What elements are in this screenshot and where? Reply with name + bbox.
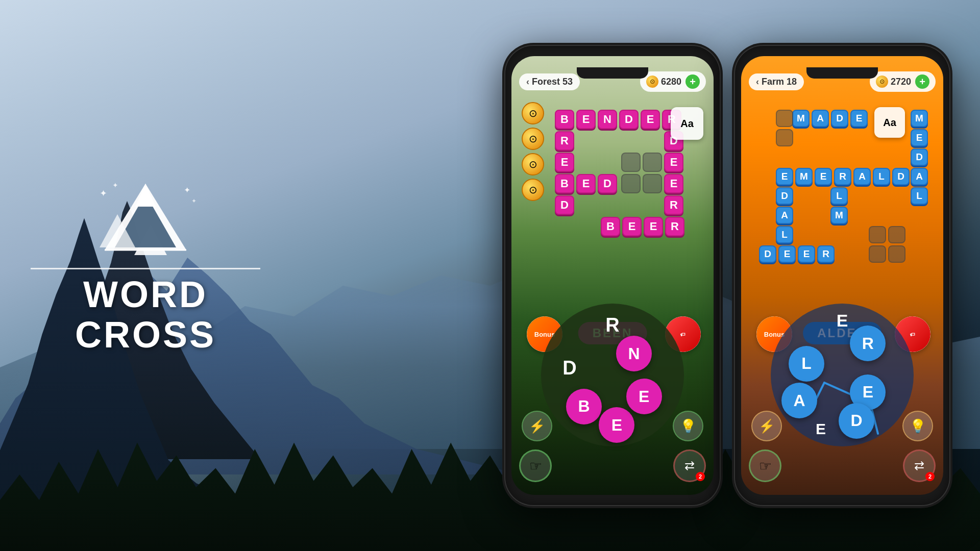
phone-forest-screen: ‹ Forest 53 ⊙ 6280 + ⊙ ⊙ ⊙ ⊙ [511,56,714,495]
logo-title: WORD CROSS [31,274,260,355]
farm-empty2 [776,129,793,146]
farm-E4: E [778,245,796,263]
wheel-letter-E1[interactable]: E [599,407,634,443]
farm-L-v1: L [911,187,928,205]
farm-E2: E [776,168,793,185]
farm-M3: M [795,168,813,185]
finger-icon: ☞ [529,458,542,474]
coin-icon: ⊙ [646,76,658,88]
farm-empty1 [776,110,793,127]
farm-back-btn[interactable]: ‹ Farm 18 [749,73,804,90]
farm-row-emerald: E M E R A L D [776,168,910,185]
phone2-notch [806,67,878,79]
farm-R2: R [817,245,835,263]
farm-finger-icon: ☞ [759,458,772,474]
farm-wheel-R[interactable]: R [850,325,886,361]
farm-bulb-icon[interactable]: 💡 [910,418,926,434]
lightning-icon[interactable]: ⚡ [529,418,545,434]
farm-D3: D [759,245,776,263]
farm-letter-wheel: E L R A E D E [771,304,914,446]
tile-B2: B [555,174,574,193]
forest-back-btn[interactable]: ‹ Forest 53 [519,73,580,90]
farm-D-v1: D [911,148,928,166]
farm-coin-icon: ⊙ [876,76,888,88]
tile-N1: N [598,110,617,129]
coin-stack-1: ⊙ [522,102,544,124]
forest-row-beer: B E E R [601,217,684,236]
farm-lightning-icon[interactable]: ⚡ [758,418,775,434]
tile-D-v1: D [555,195,574,215]
farm-wheel-A[interactable]: A [781,383,817,418]
farm-row-made: M A D E [792,110,868,127]
wheel-letter-N[interactable]: N [616,336,652,371]
wheel-letter-B[interactable]: B [566,389,602,424]
farm-add-coin-btn[interactable]: + [915,74,929,89]
farm-M-v1: M [830,207,848,224]
farm-empty4 [888,226,905,243]
tile-E2: E [641,110,660,129]
empty-3 [621,174,641,193]
svg-text:✦: ✦ [100,188,107,198]
farm-wheel-D[interactable]: D [839,403,874,439]
font-icon: Aa [680,118,694,130]
farm-wheel-L[interactable]: L [789,346,824,382]
tile-B3: B [601,217,620,236]
forest-hint-btn[interactable]: ☞ 2 [519,449,552,482]
tile-B1: B [555,110,574,129]
coin-stack-2: ⊙ [522,128,544,150]
farm-D2: D [892,168,910,185]
logo-word2: CROSS [75,314,216,355]
tile-R-v2: R [664,195,683,215]
logo-divider [31,268,260,269]
farm-L-v3: L [830,187,848,205]
svg-text:✦: ✦ [112,181,118,189]
forest-coin-display: ⊙ 6280 + [640,71,706,92]
farm-shuffle-icon: ⇄ [914,459,924,473]
wheel-letter-E2[interactable]: E [626,379,662,414]
farm-A-v2: A [776,207,793,224]
farm-coin-display: ⊙ 2720 + [870,71,936,92]
bulb-icon[interactable]: 💡 [680,418,696,434]
coin-stack-4: ⊙ [522,179,544,201]
empty-1 [621,153,641,172]
forest-row-bed: B E D [555,174,617,193]
forest-add-coin-btn[interactable]: + [685,74,700,89]
farm-A-v1: A [911,168,928,185]
logo-area: ✦ ✦ ✦ ✦ WORD CROSS [31,179,260,355]
farm-empty5 [869,245,886,263]
farm-font-btn[interactable]: Aa [874,107,905,138]
farm-hint-btn[interactable]: ☞ 2 [749,449,781,482]
farm-coin-amount: 2720 [891,77,911,87]
forest-font-btn[interactable]: Aa [671,107,703,140]
logo-word1: WORD [83,274,208,315]
tile-E4: E [622,217,642,236]
farm-A1: A [812,110,829,127]
forest-game-screen: ‹ Forest 53 ⊙ 6280 + ⊙ ⊙ ⊙ ⊙ [511,56,714,495]
farm-L2: L [873,168,890,185]
farm-E3: E [815,168,832,185]
tile-E-v3: E [664,174,683,193]
forest-coin-amount: 6280 [661,77,681,87]
farm-E-v1: E [911,129,928,146]
shuffle-icon: ⇄ [684,459,695,473]
phones-container: ‹ Forest 53 ⊙ 6280 + ⊙ ⊙ ⊙ ⊙ [505,0,980,551]
farm-M2: M [911,110,928,127]
tile-E1: E [576,110,596,129]
farm-row-deer: D E E R [759,245,835,263]
forest-row-bender: B E N D E R [555,110,681,129]
phone-farm-screen: ‹ Farm 18 ⊙ 2720 + M A D E [741,56,943,495]
svg-text:✦: ✦ [191,197,197,205]
farm-E5: E [798,245,815,263]
svg-marker-6 [135,184,156,207]
forest-letter-wheel: R D N B E E [541,304,684,446]
farm-R1: R [834,168,851,185]
forest-level-label: Forest 53 [532,77,573,87]
farm-font-icon: Aa [883,117,896,129]
farm-level-label: Farm 18 [762,77,797,87]
logo-mountain-svg: ✦ ✦ ✦ ✦ [89,179,202,260]
farm-A2: A [853,168,871,185]
forest-coin-stack: ⊙ ⊙ ⊙ ⊙ [522,102,544,201]
farm-game-screen: ‹ Farm 18 ⊙ 2720 + M A D E [741,56,943,495]
logo-icon: ✦ ✦ ✦ ✦ [31,179,260,260]
wheel-letter-D[interactable]: D [552,350,587,386]
